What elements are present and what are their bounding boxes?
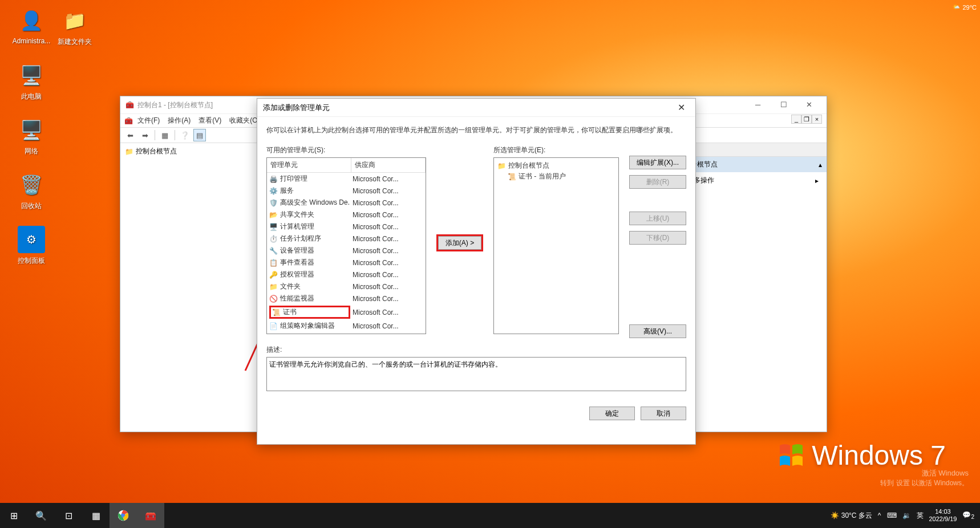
ime-lang[interactable]: 英: [917, 511, 924, 521]
snapin-row[interactable]: 📄组策略对象编辑器Microsoft Cor...: [267, 320, 426, 332]
mdi-close[interactable]: ×: [812, 115, 822, 124]
selected-item-cert[interactable]: 📜 证书 - 当前用户: [496, 171, 616, 182]
taskbar: ⊞ 🔍 ⊡ ▦ 🧰 ☀️ 30°C 多云 ^ ⌨ 🔉 英 14:03 2022/…: [0, 503, 980, 528]
mdi-minimize[interactable]: _: [791, 115, 801, 124]
snapin-row[interactable]: 📜证书Microsoft Cor...: [267, 304, 426, 320]
cancel-button[interactable]: 取消: [641, 407, 686, 420]
close-button[interactable]: ✕: [673, 102, 690, 113]
snapin-name: 证书: [283, 307, 297, 317]
dialog-title: 添加或删除管理单元: [263, 103, 330, 113]
snapin-row[interactable]: 🖥️计算机管理Microsoft Cor...: [267, 221, 426, 233]
snapin-vendor: Microsoft Cor...: [353, 175, 423, 183]
actions-title[interactable]: 制台根节点 ▴: [679, 157, 827, 172]
desktop-icon-thispc[interactable]: 🖥️ 此电脑: [11, 62, 51, 101]
user-icon: 👤: [18, 7, 45, 34]
clock-date: 2022/9/19: [929, 515, 957, 523]
desktop-icon-newfolder[interactable]: 📁 新建文件夹: [55, 7, 95, 47]
col-vendor[interactable]: 供应商: [351, 158, 426, 172]
volume-icon[interactable]: 🔉: [902, 511, 911, 519]
snapin-name: 共享文件夹: [280, 210, 314, 220]
selected-root[interactable]: 📁 控制台根节点: [496, 160, 616, 171]
snapin-vendor: Microsoft Cor...: [353, 283, 423, 291]
description-text: [266, 357, 686, 391]
dialog-description: 你可以在计算机上为此控制台选择可用的管理单元并配置所选的一组管理单元。对于可扩展…: [266, 125, 686, 135]
folder-icon: 📁: [497, 162, 506, 170]
snapin-row[interactable]: 🔧设备管理器Microsoft Cor...: [267, 245, 426, 257]
icon-label: 控制面板: [11, 256, 51, 266]
col-snapin[interactable]: 管理单元: [267, 158, 351, 172]
mmc-doc-icon: 🧰: [124, 116, 133, 125]
snapin-vendor: Microsoft Cor...: [353, 247, 423, 255]
search-button[interactable]: 🔍: [27, 503, 55, 528]
task-view-button[interactable]: ⊡: [55, 503, 82, 528]
actions-more-item[interactable]: 更多操作 ▸: [679, 172, 827, 189]
notification-button[interactable]: 💬2: [962, 511, 974, 520]
apps-button[interactable]: ▦: [82, 503, 110, 528]
available-snapins-list[interactable]: 管理单元 供应商 🖨️打印管理Microsoft Cor...⚙️服务Micro…: [266, 157, 426, 334]
desktop-icon-admin[interactable]: 👤 Administra...: [11, 7, 51, 45]
snapin-icon: 🖥️: [269, 223, 278, 231]
mdi-restore[interactable]: ❐: [801, 115, 812, 124]
taskbar-chrome[interactable]: [110, 503, 137, 528]
start-button[interactable]: ⊞: [0, 503, 27, 528]
snapin-row[interactable]: 🔑授权管理器Microsoft Cor...: [267, 269, 426, 281]
tray-chevron[interactable]: ^: [878, 511, 881, 519]
tree-root-node[interactable]: 📁 控制台根节点: [123, 145, 266, 157]
snapin-row[interactable]: 🛡️高级安全 Windows De...Microsoft Cor...: [267, 197, 426, 209]
tree-pane[interactable]: 📁 控制台根节点: [120, 143, 269, 432]
clock[interactable]: 14:03 2022/9/19: [929, 508, 957, 523]
maximize-button[interactable]: ☐: [771, 97, 796, 113]
view-button[interactable]: ▤: [193, 129, 206, 141]
advanced-button[interactable]: 高级(V)...: [629, 324, 686, 338]
icon-label: 回收站: [11, 201, 51, 211]
close-button[interactable]: ✕: [796, 97, 822, 113]
mdi-controls: _ ❐ ×: [791, 115, 822, 124]
back-button[interactable]: ⬅: [124, 129, 136, 141]
minimize-button[interactable]: ─: [745, 97, 771, 113]
snapin-icon: 🛡️: [269, 199, 278, 207]
desktop-icon-recyclebin[interactable]: 🗑️ 回收站: [11, 171, 51, 211]
move-up-button[interactable]: 上移(U): [629, 212, 686, 225]
forward-button[interactable]: ➡: [139, 129, 151, 141]
windows7-logo: Windows 7: [777, 440, 946, 471]
folder-icon: 📁: [61, 7, 88, 34]
snapin-row[interactable]: 🖨️打印管理Microsoft Cor...: [267, 173, 426, 185]
snapin-row[interactable]: 📂共享文件夹Microsoft Cor...: [267, 209, 426, 221]
desktop-icon-network[interactable]: 🖥️ 网络: [11, 116, 51, 156]
taskbar-mmc[interactable]: 🧰: [137, 503, 164, 528]
snapin-row[interactable]: ⚙️服务Microsoft Cor...: [267, 185, 426, 197]
ime-indicator[interactable]: ⌨: [887, 511, 897, 519]
snapin-icon: ⏱️: [269, 235, 278, 243]
snapin-name: 服务: [280, 186, 294, 196]
desktop-icon-controlpanel[interactable]: ⚙ 控制面板: [11, 226, 51, 266]
menu-action[interactable]: 操作(A): [164, 115, 194, 127]
activation-watermark: 激活 Windows 转到 设置 以激活 Windows。: [880, 468, 969, 488]
snapin-row[interactable]: 🧩组件服务Microsoft Cor...: [267, 332, 426, 334]
list-header: 管理单元 供应商: [267, 158, 426, 173]
snapin-vendor: Microsoft Cor...: [353, 199, 423, 207]
snapin-row[interactable]: 📁文件夹Microsoft Cor...: [267, 281, 426, 293]
snapin-row[interactable]: 📋事件查看器Microsoft Cor...: [267, 257, 426, 269]
tree-node-label: 控制台根节点: [136, 147, 177, 156]
weather-widget[interactable]: ☀️ 30°C 多云: [831, 511, 872, 521]
add-button[interactable]: 添加(A) >: [438, 236, 481, 250]
snapin-icon: 🖨️: [269, 175, 278, 183]
watermark-line1: 激活 Windows: [880, 468, 969, 478]
selected-snapins-tree[interactable]: 📁 控制台根节点 📜 证书 - 当前用户: [493, 157, 619, 334]
help-button[interactable]: ❔: [179, 129, 191, 141]
windows7-text: Windows 7: [812, 440, 946, 471]
move-down-button[interactable]: 下移(D): [629, 231, 686, 245]
snapin-row[interactable]: ⏱️任务计划程序Microsoft Cor...: [267, 233, 426, 245]
menu-view[interactable]: 查看(V): [195, 115, 225, 127]
menu-file[interactable]: 文件(F): [134, 115, 163, 127]
menu-favorites[interactable]: 收藏夹(O: [226, 115, 261, 127]
edit-extensions-button[interactable]: 编辑扩展(X)...: [629, 156, 686, 169]
remove-button[interactable]: 删除(R): [629, 175, 686, 189]
ok-button[interactable]: 确定: [589, 407, 635, 420]
snapin-name: 文件夹: [280, 282, 301, 291]
snapin-name: 授权管理器: [280, 270, 314, 279]
show-hide-tree-button[interactable]: ▦: [159, 129, 171, 141]
snapin-vendor: Microsoft Cor...: [353, 334, 423, 335]
snapin-row[interactable]: 🚫性能监视器Microsoft Cor...: [267, 293, 426, 304]
snapin-icon: 📜: [272, 308, 281, 316]
